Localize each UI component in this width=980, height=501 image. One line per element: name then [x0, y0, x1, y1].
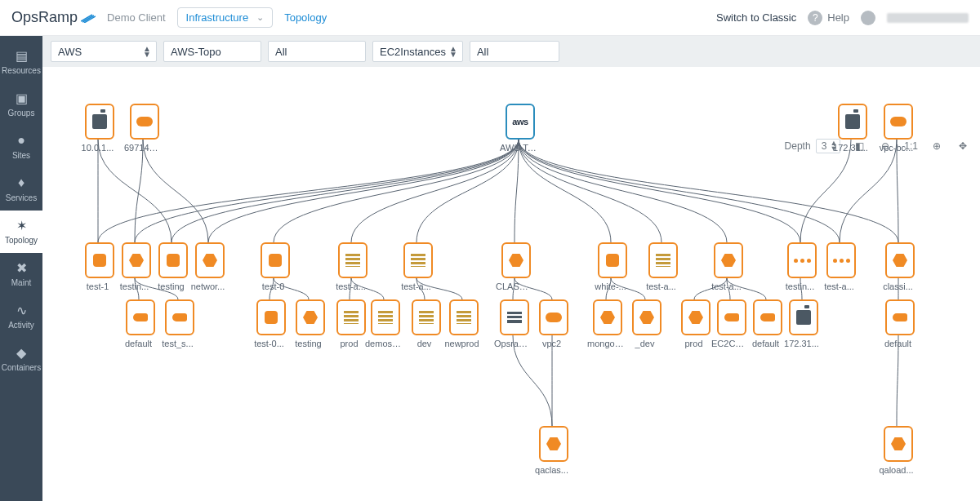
- topology-node[interactable]: CLASSI...: [500, 242, 532, 291]
- node-box: [158, 242, 188, 278]
- topology-node[interactable]: default: [751, 299, 784, 348]
- brand-logo[interactable]: OpsRamp: [11, 9, 96, 26]
- node-box: [449, 299, 479, 335]
- node-label: default: [120, 339, 157, 348]
- node-label: test-a...: [332, 282, 369, 291]
- user-avatar-icon[interactable]: [861, 11, 875, 25]
- filter-region[interactable]: All: [268, 41, 366, 62]
- topology-node[interactable]: EC2Con...: [715, 299, 748, 348]
- topology-node[interactable]: test-a...: [712, 242, 745, 291]
- sidebar-item-activity[interactable]: ∿Activity: [0, 295, 42, 338]
- node-label: testing: [290, 339, 327, 348]
- topology-node[interactable]: default: [884, 299, 916, 348]
- node-label: Opsram...: [494, 339, 531, 348]
- node-box: [85, 242, 114, 278]
- node-label: dev: [406, 339, 443, 348]
- filter-account[interactable]: AWS-Topo: [163, 41, 261, 62]
- topology-node[interactable]: qaclas...: [537, 426, 570, 475]
- node-box: [717, 299, 746, 335]
- topology-node[interactable]: classi...: [884, 242, 916, 291]
- topology-icon: ✶: [13, 217, 29, 233]
- topology-node[interactable]: awsAWS-To...: [504, 104, 537, 153]
- topology-node[interactable]: dev: [410, 299, 443, 348]
- topology-node[interactable]: demost...: [369, 299, 402, 348]
- topology-node[interactable]: 172.31...: [787, 299, 820, 348]
- sidebar-item-label: Groups: [8, 109, 35, 117]
- topology-node[interactable]: test_s...: [163, 299, 196, 348]
- node-label: prod: [331, 339, 368, 348]
- key-icon: [760, 313, 775, 321]
- topology-node[interactable]: 697148...: [128, 104, 161, 153]
- hex-icon: [891, 437, 906, 451]
- hex-icon: [203, 253, 217, 268]
- node-label: test-a...: [398, 282, 434, 291]
- node-box: [501, 242, 531, 278]
- topology-node[interactable]: default: [124, 299, 157, 348]
- wrench-icon: ✖: [13, 259, 29, 276]
- node-box: [195, 242, 225, 278]
- depth-label: Depth: [785, 140, 811, 152]
- topology-node[interactable]: prod: [335, 299, 368, 348]
- topology-node[interactable]: test-0...: [255, 299, 287, 348]
- sidebar-item-groups[interactable]: ▣Groups: [0, 83, 42, 126]
- help-link[interactable]: ? Help: [808, 11, 849, 25]
- key-icon: [133, 313, 148, 321]
- topology-node[interactable]: prod: [679, 299, 712, 348]
- sidebar-item-services[interactable]: ♦Services: [0, 168, 42, 211]
- zoom-in-icon[interactable]: ⊕: [929, 139, 944, 153]
- topology-node[interactable]: testing: [294, 299, 327, 348]
- activity-icon: ∿: [13, 302, 29, 318]
- node-label: default: [880, 339, 916, 348]
- switch-classic-link[interactable]: Switch to Classic: [716, 11, 796, 24]
- topology-node[interactable]: vpc2: [537, 299, 570, 348]
- nav-link-topology[interactable]: Topology: [284, 11, 327, 24]
- grid-icon: [411, 254, 425, 267]
- container-icon: ◆: [13, 344, 29, 361]
- sidebar-item-resources[interactable]: ▤Resources: [0, 41, 42, 83]
- topology-node[interactable]: Opsram...: [498, 299, 531, 348]
- pan-icon[interactable]: ✥: [956, 139, 970, 153]
- sidebar-item-topology[interactable]: ✶Topology: [0, 211, 42, 253]
- topology-node[interactable]: testin...: [786, 242, 818, 291]
- server-icon: ▤: [13, 47, 29, 64]
- topology-node[interactable]: networ...: [194, 242, 226, 291]
- hierarchy-icon: ♦: [13, 175, 29, 191]
- sidebar-item-containers[interactable]: ◆Containers: [0, 338, 42, 380]
- node-label: testin...: [116, 282, 153, 291]
- node-label: test_s...: [159, 339, 196, 348]
- server-icon: [796, 310, 811, 325]
- topology-canvas[interactable]: Depth 3▲▼ ◧ ⊖ 1:1 ⊕ ✥ awsAWS-To...10.0.1…: [42, 67, 980, 501]
- sidebar-item-maint[interactable]: ✖Maint: [0, 253, 42, 295]
- topology-node[interactable]: mongodb: [591, 299, 624, 348]
- node-label: test-a...: [708, 282, 745, 291]
- topology-node[interactable]: 10.0.1...: [83, 104, 116, 153]
- node-box: [122, 242, 151, 278]
- sidebar-item-sites[interactable]: ●Sites: [0, 126, 42, 168]
- filter-label: AWS: [58, 46, 82, 58]
- filter-extra[interactable]: All: [470, 41, 559, 62]
- topology-node[interactable]: qaload...: [882, 426, 915, 475]
- topology-node[interactable]: _dev: [630, 299, 663, 348]
- topology-node[interactable]: test-a...: [825, 242, 858, 291]
- topology-node[interactable]: testin...: [120, 242, 153, 291]
- filter-provider[interactable]: AWS▲▼: [51, 41, 157, 62]
- topology-node[interactable]: test-a...: [336, 242, 369, 291]
- topology-node[interactable]: test-a...: [647, 242, 679, 291]
- key-icon: [172, 313, 187, 321]
- topology-node[interactable]: test-a...: [402, 242, 434, 291]
- nav-dropdown-infrastructure[interactable]: Infrastructure ⌄: [177, 7, 274, 28]
- node-label: _dev: [626, 339, 663, 348]
- topology-node[interactable]: white-...: [596, 242, 629, 291]
- filter-resource-type[interactable]: EC2Instances▲▼: [372, 41, 463, 62]
- key-icon: [893, 313, 907, 321]
- node-box: [787, 242, 817, 278]
- topology-node[interactable]: testing: [157, 242, 189, 291]
- topology-node[interactable]: test-0: [259, 242, 292, 291]
- topology-node[interactable]: newprod: [448, 299, 480, 348]
- node-label: 172.31...: [832, 143, 869, 153]
- topology-node[interactable]: test-1: [83, 242, 116, 291]
- list-icon: [507, 312, 522, 323]
- topology-node[interactable]: 172.31...: [836, 104, 869, 153]
- hex-icon: [546, 437, 561, 451]
- topology-node[interactable]: vpc-bc...: [882, 104, 915, 153]
